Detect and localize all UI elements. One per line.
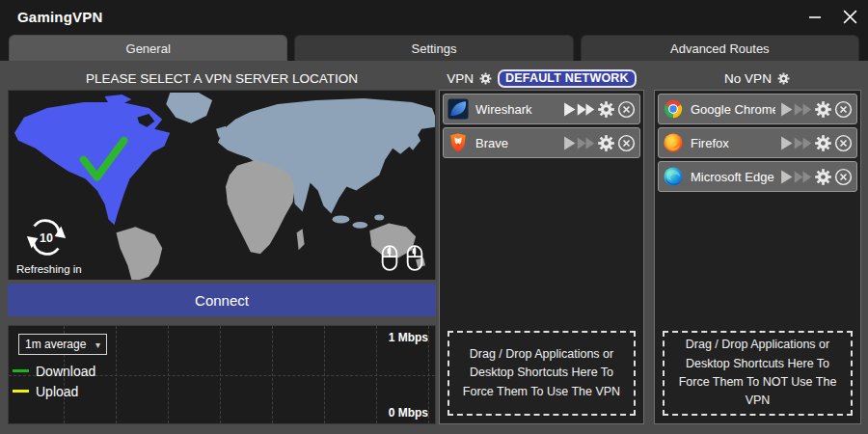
vpn-dropzone[interactable]: Drag / Drop Applications or Desktop Shor… [448,331,636,416]
refresh-icon: 10 [24,215,68,259]
app-name: Microsoft Edge [691,170,775,184]
app-settings-gear-button[interactable] [596,99,616,120]
mouse-hints [379,244,425,273]
app-row-microsoft-edge[interactable]: Microsoft Edge [658,161,857,192]
google-chrome-icon [663,98,684,120]
app-name: Firefox [691,136,775,150]
tab-bar: General Settings Advanced Routes [9,35,859,61]
app-row-wireshark[interactable]: Wireshark [443,94,640,124]
average-interval-value: 1m average [25,338,86,351]
world-map-panel[interactable]: 10 Refreshing in [8,90,436,280]
remove-app-button[interactable] [616,133,637,153]
remove-app-button[interactable] [833,99,854,120]
app-settings-gear-button[interactable] [813,167,833,187]
content-area: PLEASE SELECT A VPN SERVER LOCATION VPN … [0,61,868,434]
firefox-icon [663,132,684,153]
tab-settings-label: Settings [412,41,457,56]
vpn-apps-panel: Wireshark Brave Drag / Drop Applications… [439,90,644,424]
app-window: GamingVPN General Settings Advanced Rout… [0,0,868,434]
upload-label: Upload [36,384,78,399]
app-row-brave[interactable]: Brave [443,127,640,158]
wireshark-icon [448,98,469,120]
no-vpn-panel-header: No VPN [654,68,861,88]
brave-icon [448,132,469,153]
fast-forward-button[interactable] [576,99,596,120]
connect-button[interactable]: Connect [8,284,436,316]
y-axis-min-label: 0 Mbps [389,406,428,420]
legend-upload: Upload [13,381,95,401]
mouse-left-icon [379,244,400,273]
tab-advanced-routes[interactable]: Advanced Routes [581,35,859,61]
vpn-panel-header: VPN DEFAULT NETWORK [439,68,644,88]
app-name: Google Chrome [691,102,775,117]
tab-general[interactable]: General [9,35,287,61]
refresh-seconds: 10 [40,231,53,245]
fast-forward-button[interactable] [793,133,813,153]
chevron-down-icon: ▾ [95,339,100,350]
tab-advanced-routes-label: Advanced Routes [670,41,770,56]
fast-forward-button[interactable] [793,99,813,120]
app-title: GamingVPN [17,9,102,25]
tab-general-label: General [126,41,171,56]
fast-forward-button[interactable] [793,167,813,187]
no-vpn-dropzone[interactable]: Drag / Drop Applications or Desktop Shor… [663,331,853,416]
download-label: Download [36,364,95,379]
vpn-panel-title: VPN [447,71,474,86]
remove-app-button[interactable] [833,133,854,153]
microsoft-edge-icon [663,166,684,187]
no-vpn-panel-title: No VPN [724,71,772,86]
app-row-firefox[interactable]: Firefox [658,127,857,158]
mouse-right-icon [404,244,425,273]
no-vpn-apps-panel: Google Chrome Firefox Microsoft Edge [654,90,861,424]
default-network-badge[interactable]: DEFAULT NETWORK [498,69,637,88]
fast-forward-button[interactable] [576,133,596,153]
y-axis-max-label: 1 Mbps [389,331,428,344]
refresh-label: Refreshing in [16,263,122,275]
close-button[interactable] [837,4,862,29]
app-settings-gear-button[interactable] [813,99,833,120]
legend-download: Download [13,361,95,381]
download-color-swatch [13,369,29,372]
no-vpn-settings-gear-icon[interactable] [776,71,791,86]
app-name: Wireshark [475,102,558,117]
minimize-button[interactable] [802,4,827,29]
average-interval-select[interactable]: 1m average ▾ [18,334,107,355]
minimize-icon [808,10,822,23]
app-settings-gear-button[interactable] [596,133,616,153]
upload-color-swatch [13,390,29,393]
remove-app-button[interactable] [833,167,854,187]
chart-legend: Download Upload [13,361,95,401]
title-bar: GamingVPN [0,0,868,33]
close-icon [842,9,858,25]
bandwidth-chart: 1m average ▾ Download Upload 1 Mbps 0 Mb… [8,325,436,424]
app-row-google-chrome[interactable]: Google Chrome [658,94,857,124]
app-settings-gear-button[interactable] [813,133,833,153]
server-location-header: PLEASE SELECT A VPN SERVER LOCATION [8,68,436,88]
remove-app-button[interactable] [616,99,637,120]
app-name: Brave [475,136,558,150]
tab-settings[interactable]: Settings [294,35,573,61]
vpn-settings-gear-icon[interactable] [478,71,493,86]
refresh-countdown: 10 Refreshing in [16,215,122,275]
